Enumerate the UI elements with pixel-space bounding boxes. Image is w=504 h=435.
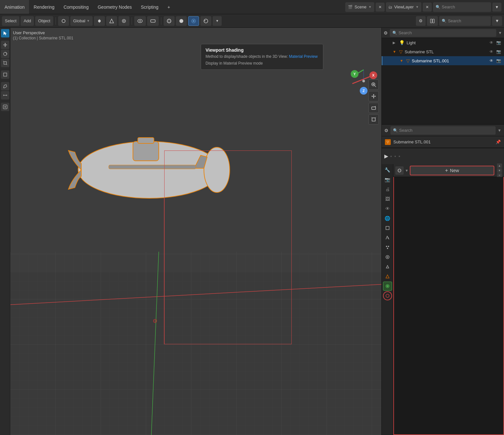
menu-geometry-nodes[interactable]: Geometry Nodes [93, 0, 136, 14]
tool-measure[interactable] [1, 91, 9, 99]
props-shaderfx-btn[interactable] [383, 291, 392, 300]
toolbar-separator-3 [161, 17, 161, 25]
viewport-3d[interactable]: User Perspective (1) Collection | Submar… [10, 28, 381, 435]
svg-text:Z: Z [363, 89, 365, 93]
outliner-hide-btn-light[interactable]: 👁 [489, 40, 494, 46]
tool-rotate[interactable] [1, 50, 9, 58]
camera-btn[interactable] [368, 103, 379, 113]
top-search-box[interactable]: 🔍 Search [433, 2, 491, 12]
outliner-item-submarine-stl-001[interactable]: ▼ ▽ Submarine STL.001 👁 📷 [382, 56, 504, 65]
props-data-btn[interactable] [383, 272, 392, 281]
pivot-btn[interactable] [94, 16, 105, 26]
toolbar-search-box[interactable]: 🔍 Search [439, 16, 491, 26]
outliner-hide-btn-sub001[interactable]: 👁 [489, 58, 494, 64]
properties-search-box[interactable]: 🔍 Search [390, 126, 496, 135]
svg-point-13 [193, 20, 195, 22]
viewlayer-close-btn[interactable]: ✕ [423, 3, 432, 12]
top-right-controls: 🎬 Scene ▼ ✕ 🗂 ViewLayer ▼ ✕ 🔍 Search ▼ [345, 2, 504, 12]
props-scene-icon-btn[interactable]: 📷 [383, 175, 392, 184]
menu-rendering[interactable]: Rendering [29, 0, 59, 14]
svg-point-7 [139, 20, 141, 22]
props-particles-btn[interactable] [383, 243, 392, 252]
filter-dropdown-btn[interactable]: ▼ [492, 16, 502, 26]
outliner-search-box[interactable]: 🔍 Search [390, 29, 496, 37]
expand-icon: ▶ [393, 41, 397, 45]
new-material-btn[interactable]: + New [410, 166, 494, 175]
add-btn[interactable]: Add [21, 16, 34, 26]
scene-label: Scene [355, 5, 367, 9]
menu-scripting[interactable]: Scripting [136, 0, 163, 14]
tool-annotate[interactable] [1, 82, 9, 90]
material-scroll-up[interactable]: ▲ [497, 163, 502, 168]
props-physics-btn[interactable] [383, 253, 392, 262]
rendered-btn[interactable] [200, 16, 211, 26]
menu-add[interactable]: + [163, 0, 175, 14]
tool-add[interactable] [1, 103, 9, 111]
properties-filter-btn[interactable]: ▼ [498, 128, 501, 133]
transform-tool-icon [3, 72, 8, 77]
overlay-options-btn[interactable] [427, 16, 438, 26]
scale-icon [3, 60, 8, 66]
props-object-prop-btn[interactable] [383, 223, 392, 233]
transform-mode-btn[interactable] [58, 16, 69, 26]
play-btn[interactable]: ▶ [384, 153, 388, 159]
outliner-search-icon: 🔍 [392, 31, 397, 35]
outliner-item-submarine-stl[interactable]: ▼ ▽ Submarine STL 👁 📷 [382, 47, 504, 56]
tool-scale[interactable] [1, 59, 9, 67]
tool-move[interactable] [1, 41, 9, 49]
props-world-icon-btn[interactable]: 🌐 [383, 214, 392, 223]
modifier-icon [385, 235, 390, 240]
props-pin-btn[interactable]: 📌 [496, 140, 501, 144]
menu-animation[interactable]: Animation [0, 0, 29, 14]
props-output-icon-btn[interactable]: 🖼 [383, 194, 392, 203]
outliner-filter-btn[interactable]: ▼ [498, 31, 502, 35]
material-preview-btn[interactable] [188, 16, 199, 26]
mat-dropdown-btn[interactable]: ▼ [405, 169, 408, 172]
global-btn[interactable]: Global ▼ [70, 16, 93, 26]
submarine-stl-001-icon: ▽ [406, 58, 410, 63]
material-world-btn[interactable] [395, 166, 404, 175]
props-tool-icon-btn[interactable]: 🔧 [383, 165, 392, 174]
proportional-btn[interactable] [118, 16, 129, 26]
tool-transform[interactable] [1, 70, 9, 79]
properties-icon-sidebar: 🔧 📷 🖨 🖼 👁 🌐 [382, 164, 393, 435]
select-btn[interactable]: Select [2, 16, 19, 26]
svg-rect-38 [10, 252, 381, 435]
menu-compositing[interactable]: Compositing [59, 0, 93, 14]
tool-select[interactable] [1, 29, 9, 37]
scene-close-btn[interactable]: ✕ [376, 3, 385, 12]
scene-selector[interactable]: 🎬 Scene ▼ [345, 2, 374, 12]
outliner-item-light[interactable]: ▶ 💡 Light 👁 📷 [382, 38, 504, 47]
toolbar-separator-2 [132, 17, 132, 25]
props-render-icon-btn[interactable]: 🖨 [383, 185, 392, 194]
filter-btn[interactable]: ▼ [492, 3, 501, 12]
props-constraints-btn[interactable] [383, 262, 392, 271]
props-material-btn[interactable] [383, 282, 392, 291]
shading-options-btn[interactable]: ▼ [213, 16, 222, 26]
material-top-bar: ▼ + New ▲ ▼ ≡ [393, 164, 504, 177]
gizmo-options-btn[interactable]: ⚙ [416, 16, 426, 26]
visibility-btn[interactable] [134, 16, 146, 26]
outliner-render-btn-light[interactable]: 📷 [496, 40, 501, 46]
outliner-render-btn-sub[interactable]: 📷 [496, 49, 501, 55]
rendered-icon [203, 18, 208, 24]
svg-rect-17 [433, 19, 434, 23]
wireframe-btn[interactable] [164, 16, 175, 26]
object-btn[interactable]: Object [35, 16, 53, 26]
overlay-btn[interactable] [147, 16, 159, 26]
outliner-content: ▶ 💡 Light 👁 📷 ▼ ▽ Submarine STL 👁 [382, 38, 504, 124]
annotate-icon [3, 84, 8, 89]
props-modifier-btn[interactable] [383, 233, 392, 242]
rotate-icon [3, 51, 8, 57]
props-view-icon-btn[interactable]: 👁 [383, 204, 392, 213]
outliner-hide-btn-sub[interactable]: 👁 [489, 49, 494, 55]
viewlayer-selector[interactable]: 🗂 ViewLayer ▼ [386, 2, 421, 12]
outliner-render-btn-sub001[interactable]: 📷 [496, 58, 501, 64]
pan-btn[interactable] [368, 91, 379, 101]
solid-btn[interactable] [176, 16, 187, 26]
snapping-btn[interactable] [106, 16, 117, 26]
material-scroll-down[interactable]: ▼ [497, 168, 502, 173]
zoom-in-btn[interactable] [368, 79, 379, 90]
svg-marker-68 [375, 96, 376, 97]
ortho-btn[interactable] [368, 114, 379, 125]
